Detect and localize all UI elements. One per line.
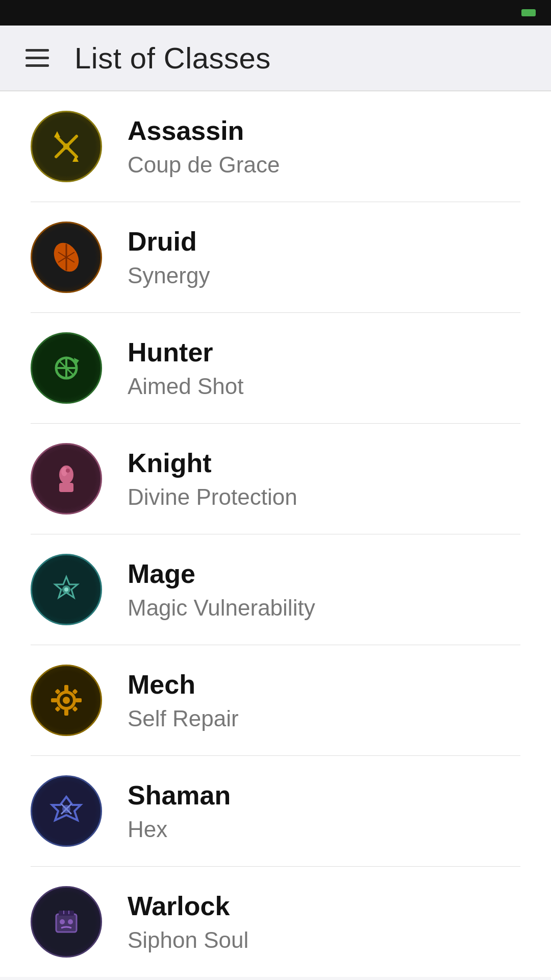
svg-point-37: [68, 919, 73, 924]
svg-marker-3: [54, 131, 60, 137]
class-ability: Aimed Shot: [128, 374, 243, 399]
list-item[interactable]: Knight Divine Protection: [31, 424, 520, 534]
list-item[interactable]: Hunter Aimed Shot: [31, 313, 520, 424]
class-icon-knight: [31, 443, 102, 514]
class-name: Mage: [128, 558, 315, 589]
class-list: Assassin Coup de Grace Druid Synergy: [0, 91, 551, 977]
class-ability: Divine Protection: [128, 484, 297, 510]
class-name: Druid: [128, 226, 210, 257]
class-icon-druid: [31, 222, 102, 293]
class-info-mech: Mech Self Repair: [128, 669, 239, 731]
class-info-mage: Mage Magic Vulnerability: [128, 558, 315, 621]
class-icon-mage: [31, 554, 102, 625]
class-info-warlock: Warlock Siphon Soul: [128, 891, 248, 953]
class-name: Warlock: [128, 891, 248, 921]
list-item[interactable]: Warlock Siphon Soul: [31, 867, 520, 977]
page-title: List of Classes: [74, 41, 271, 75]
class-ability: Siphon Soul: [128, 927, 248, 953]
svg-point-21: [63, 697, 70, 704]
class-info-knight: Knight Divine Protection: [128, 448, 297, 510]
status-bar: [0, 0, 551, 26]
svg-rect-34: [56, 914, 77, 932]
class-info-druid: Druid Synergy: [128, 226, 210, 288]
svg-rect-22: [64, 685, 68, 691]
class-icon-assassin: [31, 111, 102, 182]
svg-rect-23: [64, 709, 68, 716]
app-bar: List of Classes: [0, 26, 551, 91]
class-ability: Coup de Grace: [128, 152, 280, 178]
svg-rect-24: [51, 698, 57, 702]
svg-rect-35: [59, 911, 74, 916]
svg-point-36: [60, 919, 65, 924]
class-ability: Hex: [128, 817, 231, 842]
class-name: Knight: [128, 448, 297, 478]
class-name: Hunter: [128, 337, 243, 368]
svg-point-2: [63, 143, 69, 150]
class-icon-shaman: [31, 775, 102, 847]
list-item[interactable]: Mage Magic Vulnerability: [31, 534, 520, 645]
list-item[interactable]: Mech Self Repair: [31, 645, 520, 756]
svg-point-19: [64, 587, 68, 592]
battery-indicator: [521, 9, 536, 16]
class-name: Assassin: [128, 115, 280, 146]
class-ability: Self Repair: [128, 706, 239, 731]
list-item[interactable]: Assassin Coup de Grace: [31, 91, 520, 202]
list-item[interactable]: Shaman Hex: [31, 756, 520, 867]
class-info-hunter: Hunter Aimed Shot: [128, 337, 243, 399]
svg-point-17: [66, 469, 70, 473]
class-name: Shaman: [128, 780, 231, 811]
list-item[interactable]: Druid Synergy: [31, 202, 520, 313]
class-ability: Synergy: [128, 263, 210, 288]
class-info-assassin: Assassin Coup de Grace: [128, 115, 280, 178]
class-icon-warlock: [31, 886, 102, 958]
class-icon-hunter: [31, 332, 102, 404]
svg-rect-16: [59, 483, 73, 492]
class-name: Mech: [128, 669, 239, 700]
svg-rect-25: [76, 698, 82, 702]
class-ability: Magic Vulnerability: [128, 595, 315, 621]
class-info-shaman: Shaman Hex: [128, 780, 231, 842]
class-icon-mech: [31, 665, 102, 736]
menu-button[interactable]: [26, 49, 49, 67]
